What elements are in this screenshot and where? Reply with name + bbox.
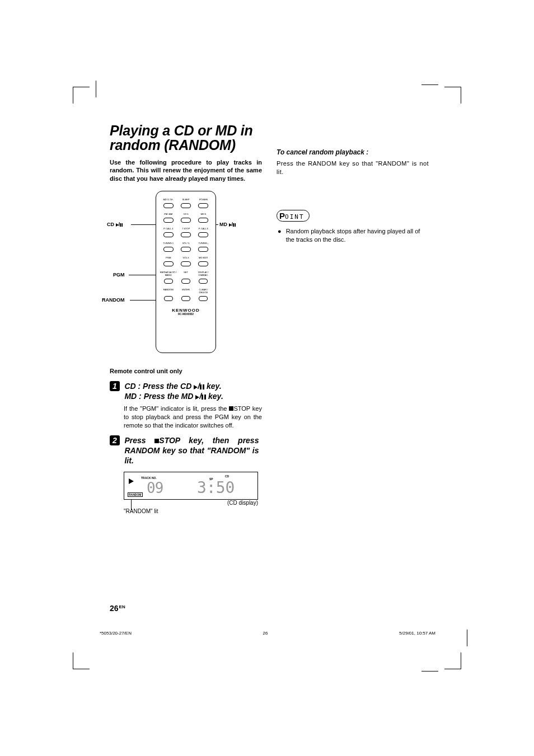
remote-button xyxy=(164,279,173,284)
remote-button xyxy=(181,247,191,252)
remote-button xyxy=(198,232,208,237)
intro-text: Use the following procedure to play trac… xyxy=(110,158,262,184)
step-1-suffix-a: key. xyxy=(204,382,222,391)
remote-label: FM / AM xyxy=(160,213,177,215)
callout-random: RANDOM xyxy=(102,297,125,303)
crop-mark-tl xyxy=(73,87,90,104)
remote-button xyxy=(163,218,174,223)
remote-only-note: Remote control unit only xyxy=(110,368,262,374)
callout-md: MD / xyxy=(219,222,236,227)
remote-label: ENTER xyxy=(177,288,194,294)
page-title: Playing a CD or MD in random (RANDOM) xyxy=(110,123,262,153)
cancel-heading: To cancel random playback : xyxy=(277,148,429,156)
remote-button xyxy=(163,232,174,237)
remote-label: P. CALL ¢ xyxy=(195,227,212,230)
crop-mark-br xyxy=(444,652,461,669)
remote-label: MD EDIT xyxy=(195,256,212,259)
step-1-heading: CD : Press the CD / key. MD : Press the … xyxy=(124,381,259,401)
remote-label: SET xyxy=(177,271,194,276)
page-lang: EN xyxy=(119,604,125,609)
lcd-display: TRACK NO. 09 SP CD 3:50 RANDOM xyxy=(124,472,258,500)
callout-pgm: PGM xyxy=(113,272,125,278)
remote-outline: MD O.T.E.SLEEPPOWER FM / AMCD 6MD 6 P. C… xyxy=(156,191,216,353)
step-1-suffix-b: key. xyxy=(206,392,223,401)
step-1-body-a: If the "PGM" indicator is lit, press the xyxy=(124,405,229,412)
bullet-icon: ● xyxy=(278,227,282,244)
random-indicator: RANDOM xyxy=(128,492,143,497)
remote-button xyxy=(198,218,208,223)
crop-mark-tr xyxy=(444,87,461,104)
remote-label: P. CALL 4 xyxy=(160,227,177,230)
pause-icon xyxy=(200,384,204,389)
remote-button xyxy=(198,247,208,252)
remote-label: TUNING 1 xyxy=(160,242,177,245)
remote-label: CD 6 xyxy=(177,213,194,215)
step-1-line-b: MD : Press the MD xyxy=(124,392,193,401)
footer: *5053/20-27/EN 26 5/29/01, 10:57 AM xyxy=(100,631,435,636)
point-label: OINT xyxy=(285,213,305,220)
indicator-lead-line xyxy=(131,499,132,510)
remote-button xyxy=(163,203,174,208)
remote-label: CLEAR / DELETE xyxy=(195,288,212,294)
remote-label: VOL fi xyxy=(177,256,194,259)
remote-label: MD O.T.E. xyxy=(160,198,177,201)
remote-label: MD 6 xyxy=(195,213,212,215)
remote-button xyxy=(181,218,191,223)
remote-button xyxy=(163,261,174,266)
remote-label: SLEEP xyxy=(177,198,194,201)
crop-mark-bl xyxy=(73,652,90,669)
point-text: Random playback stops after having playe… xyxy=(286,227,429,244)
remote-label: RANDOM xyxy=(160,288,177,294)
remote-button xyxy=(164,296,173,301)
remote-diagram: CD / PGM RANDOM MD / MD O.T.E.SLEEPPOWER… xyxy=(110,191,262,359)
step-2-number: 2 xyxy=(110,435,120,445)
step-1: 1 CD : Press the CD / key. MD : Press th… xyxy=(110,381,262,430)
point-bullet: ● Random playback stops after having pla… xyxy=(277,227,429,244)
step-2-press: Press xyxy=(124,436,154,445)
remote-brand: KENWOOD xyxy=(156,308,216,313)
remote-label: REPEAT AUTO / MANU xyxy=(160,271,177,276)
time-display: 3:50 xyxy=(197,478,235,497)
remote-button xyxy=(163,247,174,252)
remote-label: TUNING ¡ xyxy=(195,242,212,245)
remote-button xyxy=(181,261,191,266)
page-number: 26EN xyxy=(110,604,125,613)
remote-button xyxy=(181,203,191,208)
footer-mid: 26 xyxy=(263,631,268,636)
display-caption-right: (CD display) xyxy=(124,500,258,506)
remote-button xyxy=(181,296,190,301)
remote-label: 7 STOP xyxy=(177,227,194,230)
play-indicator-icon xyxy=(129,476,134,486)
remote-label: PGM xyxy=(160,256,177,259)
track-number: 09 xyxy=(147,480,163,496)
pause-icon xyxy=(202,395,206,400)
step-2-heading: Press STOP key, then press RANDOM key so… xyxy=(124,435,259,466)
point-badge: POINT xyxy=(277,210,310,222)
remote-model: RC-MDX0002 xyxy=(156,313,216,316)
remote-button xyxy=(198,261,208,266)
remote-button xyxy=(199,279,208,284)
remote-button xyxy=(199,296,208,301)
footer-right: 5/29/01, 10:57 AM xyxy=(399,631,435,636)
remote-label: POWER xyxy=(195,198,212,201)
step-1-line-a: CD : Press the CD xyxy=(124,382,191,391)
footer-left: *5053/20-27/EN xyxy=(100,631,132,636)
remote-label: VOL % xyxy=(177,242,194,245)
display-caption-left: "RANDOM" lit xyxy=(124,508,262,514)
remote-label: DISPLAY / CHARAC. xyxy=(195,271,212,276)
remote-button xyxy=(181,279,190,284)
cancel-body: Press the RANDOM key so that "RANDOM" is… xyxy=(277,159,429,176)
callout-cd: CD / xyxy=(107,222,123,227)
step-2: 2 Press STOP key, then press RANDOM key … xyxy=(110,435,262,466)
play-icon xyxy=(195,395,199,400)
play-icon xyxy=(194,385,198,389)
step-1-number: 1 xyxy=(110,381,120,391)
remote-button xyxy=(198,203,208,208)
cd-indicator: CD xyxy=(225,475,229,478)
step-1-body: If the "PGM" indicator is lit, press the… xyxy=(124,405,262,430)
remote-button xyxy=(181,232,191,237)
